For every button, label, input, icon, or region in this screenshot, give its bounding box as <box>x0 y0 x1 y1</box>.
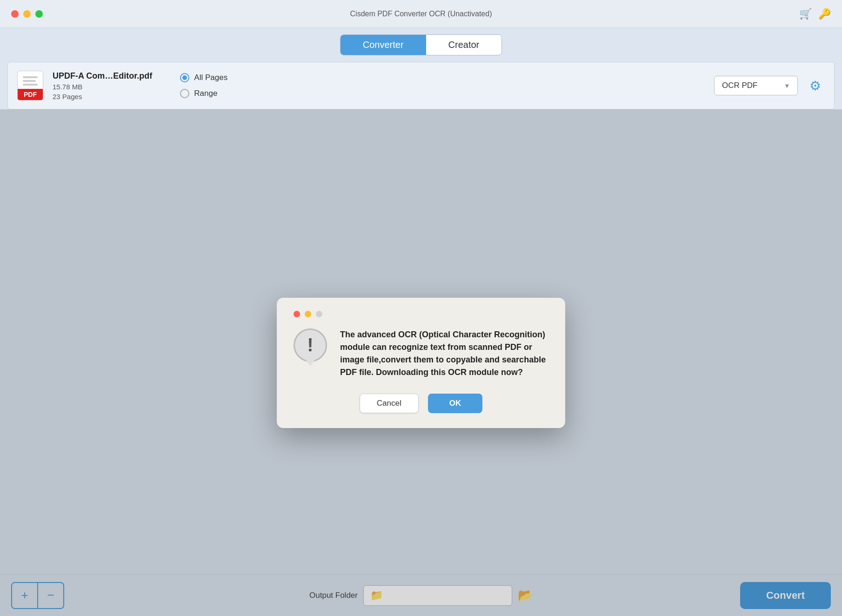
tab-converter[interactable]: Converter <box>341 35 426 55</box>
ocr-dialog: ! The advanced OCR (Optical Character Re… <box>277 298 565 428</box>
range-radio[interactable] <box>180 89 189 98</box>
tab-group: Converter Creator <box>340 34 502 55</box>
modal-close-button[interactable] <box>294 311 300 317</box>
file-info: UPDF-A Com…Editor.pdf 15.78 MB 23 Pages <box>53 71 152 100</box>
all-pages-option[interactable]: All Pages <box>180 73 227 82</box>
page-range-options: All Pages Range <box>180 73 227 98</box>
pdf-label: PDF <box>18 89 43 100</box>
tab-creator[interactable]: Creator <box>426 35 502 55</box>
format-controls: OCR PDF ▼ ⚙ <box>714 76 825 95</box>
all-pages-radio[interactable] <box>180 73 189 82</box>
maximize-button[interactable] <box>35 10 43 18</box>
main-content: ! The advanced OCR (Optical Character Re… <box>0 109 842 616</box>
file-size: 15.78 MB <box>53 83 152 91</box>
exclamation-icon: ! <box>307 335 313 355</box>
settings-button[interactable]: ⚙ <box>805 76 825 95</box>
key-icon[interactable]: 🔑 <box>818 8 831 20</box>
modal-overlay: ! The advanced OCR (Optical Character Re… <box>0 109 842 616</box>
file-list-area: PDF UPDF-A Com…Editor.pdf 15.78 MB 23 Pa… <box>7 62 835 109</box>
titlebar: Cisdem PDF Converter OCR (Unactivated) 🛒… <box>0 0 842 28</box>
tabbar: Converter Creator <box>0 28 842 62</box>
range-option[interactable]: Range <box>180 89 227 98</box>
format-value: OCR PDF <box>722 81 758 90</box>
modal-minimize-button[interactable] <box>305 311 311 317</box>
cart-icon[interactable]: 🛒 <box>799 8 812 20</box>
all-pages-label: All Pages <box>194 73 227 82</box>
gear-icon: ⚙ <box>809 78 821 94</box>
modal-maximize-button <box>316 311 322 317</box>
modal-body: ! The advanced OCR (Optical Character Re… <box>294 328 548 379</box>
file-pages: 23 Pages <box>53 93 152 100</box>
minimize-button[interactable] <box>23 10 31 18</box>
dropdown-arrow: ▼ <box>784 82 790 89</box>
window-controls <box>11 10 43 18</box>
pdf-file-icon: PDF <box>17 71 43 100</box>
cancel-button[interactable]: Cancel <box>360 394 419 413</box>
close-button[interactable] <box>11 10 19 18</box>
format-dropdown[interactable]: OCR PDF ▼ <box>714 76 798 95</box>
range-label: Range <box>194 89 217 98</box>
file-name: UPDF-A Com…Editor.pdf <box>53 71 152 81</box>
modal-message: The advanced OCR (Optical Character Reco… <box>340 328 548 379</box>
warning-icon: ! <box>294 328 327 362</box>
app-title: Cisdem PDF Converter OCR (Unactivated) <box>350 10 492 18</box>
modal-buttons: Cancel OK <box>294 394 548 413</box>
modal-titlebar <box>294 311 548 317</box>
app-window: Cisdem PDF Converter OCR (Unactivated) 🛒… <box>0 0 842 616</box>
ok-button[interactable]: OK <box>428 394 483 413</box>
titlebar-actions: 🛒 🔑 <box>799 8 831 20</box>
